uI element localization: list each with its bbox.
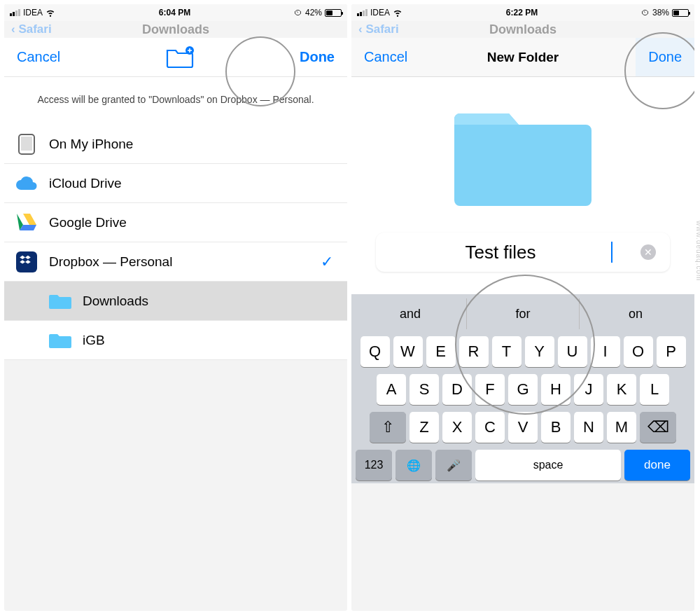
battery-pct: 38%: [652, 8, 669, 18]
text-cursor: [611, 242, 612, 263]
key-h[interactable]: H: [541, 374, 570, 405]
key-f[interactable]: F: [475, 374, 505, 405]
keyboard: and for on QWERTYUIOP ASDFGHJKL ⇧ZXCVBNM…: [351, 294, 694, 483]
prediction[interactable]: on: [580, 298, 692, 329]
key-backspace[interactable]: ⌫: [640, 412, 676, 443]
key-shift[interactable]: ⇧: [370, 412, 406, 443]
cancel-button[interactable]: Cancel: [364, 49, 407, 65]
key-i[interactable]: I: [591, 336, 620, 367]
sheet-header: Cancel Done: [4, 38, 347, 77]
key-x[interactable]: X: [442, 412, 472, 443]
iphone-icon: [15, 133, 38, 156]
key-c[interactable]: C: [475, 412, 505, 443]
wifi-icon: [393, 8, 402, 18]
watermark: www.deuaq.com: [695, 221, 701, 281]
key-123[interactable]: 123: [356, 450, 392, 481]
key-t[interactable]: T: [492, 336, 522, 367]
folder-name-input[interactable]: Test files: [390, 242, 611, 263]
location-dropbox[interactable]: Dropbox — Personal ✓: [4, 242, 347, 282]
key-done[interactable]: done: [624, 450, 690, 481]
prediction-bar: and for on: [354, 298, 692, 329]
big-folder-icon: [453, 99, 593, 212]
key-u[interactable]: U: [558, 336, 587, 367]
battery-icon: [325, 9, 342, 17]
battery-icon: [672, 9, 689, 17]
location-icloud-drive[interactable]: iCloud Drive: [4, 164, 347, 203]
dim-title: Downloads: [489, 22, 556, 37]
key-q[interactable]: Q: [360, 336, 390, 367]
key-p[interactable]: P: [657, 336, 686, 367]
key-mic[interactable]: 🎤: [435, 450, 472, 481]
location-google-drive[interactable]: Google Drive: [4, 203, 347, 242]
folder-preview: Test files ✕: [351, 77, 694, 294]
key-j[interactable]: J: [574, 374, 603, 405]
wifi-icon: [46, 8, 55, 18]
location-label: Google Drive: [49, 215, 127, 230]
key-space[interactable]: space: [475, 450, 621, 481]
subfolder-downloads[interactable]: Downloads: [4, 282, 347, 321]
location-label: On My iPhone: [49, 137, 133, 152]
key-e[interactable]: E: [426, 336, 456, 367]
prediction[interactable]: and: [354, 298, 467, 329]
key-s[interactable]: S: [410, 374, 439, 405]
prediction[interactable]: for: [467, 298, 580, 329]
new-folder-icon[interactable]: [166, 46, 194, 69]
dim-title: Downloads: [142, 22, 209, 37]
folder-name-input-wrap[interactable]: Test files ✕: [376, 233, 670, 272]
cancel-button[interactable]: Cancel: [17, 49, 60, 65]
location-label: Dropbox — Personal: [49, 254, 172, 270]
alarm-icon: ⏲: [641, 8, 650, 18]
dimmed-nav: ‹ Safari Downloads: [351, 21, 694, 38]
status-bar: IDEA 6:04 PM ⏲ 42%: [4, 4, 347, 21]
nav-title: New Folder: [487, 50, 559, 65]
folder-icon: [49, 329, 71, 352]
dropbox-icon: [15, 251, 38, 273]
clear-text-icon[interactable]: ✕: [640, 244, 656, 260]
subfolder-label: iGB: [83, 333, 105, 348]
screenshot-right: IDEA 6:22 PM ⏲ 38% ‹ Safari Downloads Ca…: [351, 4, 694, 611]
key-z[interactable]: Z: [410, 412, 439, 443]
done-button[interactable]: Done: [636, 38, 694, 76]
back-link: ‹ Safari: [358, 22, 399, 36]
gdrive-icon: [15, 212, 38, 234]
key-r[interactable]: R: [459, 336, 489, 367]
back-link: ‹ Safari: [11, 22, 52, 36]
new-folder-nav: Cancel New Folder Done: [351, 38, 694, 77]
key-k[interactable]: K: [607, 374, 636, 405]
checkmark-icon: ✓: [321, 253, 333, 271]
key-globe[interactable]: 🌐: [396, 450, 432, 481]
key-g[interactable]: G: [508, 374, 538, 405]
clock: 6:04 PM: [159, 8, 190, 18]
subfolder-igb[interactable]: iGB: [4, 321, 347, 360]
key-w[interactable]: W: [393, 336, 423, 367]
location-label: iCloud Drive: [49, 176, 121, 191]
signal-icon: [10, 9, 20, 16]
key-b[interactable]: B: [541, 412, 570, 443]
key-a[interactable]: A: [377, 374, 406, 405]
status-bar: IDEA 6:22 PM ⏲ 38%: [351, 4, 694, 21]
location-list: On My iPhone iCloud Drive Google Drive D…: [4, 125, 347, 360]
key-n[interactable]: N: [574, 412, 603, 443]
key-y[interactable]: Y: [525, 336, 554, 367]
alarm-icon: ⏲: [294, 8, 302, 18]
key-m[interactable]: M: [607, 412, 636, 443]
location-on-my-iphone[interactable]: On My iPhone: [4, 125, 347, 164]
key-v[interactable]: V: [508, 412, 538, 443]
subfolder-label: Downloads: [83, 293, 148, 309]
signal-icon: [357, 9, 368, 16]
folder-icon: [49, 290, 71, 312]
done-button[interactable]: Done: [300, 49, 335, 65]
key-l[interactable]: L: [640, 374, 669, 405]
access-text: Access will be granted to "Downloads" on…: [4, 77, 347, 125]
carrier-label: IDEA: [370, 8, 390, 18]
screenshot-left: IDEA 6:04 PM ⏲ 42% ‹ Safari Downloads Ca…: [4, 4, 347, 611]
key-d[interactable]: D: [442, 374, 472, 405]
dimmed-nav: ‹ Safari Downloads: [4, 21, 347, 38]
clock: 6:22 PM: [506, 8, 538, 18]
key-o[interactable]: O: [624, 336, 653, 367]
carrier-label: IDEA: [23, 8, 43, 18]
svg-rect-2: [21, 137, 32, 151]
battery-pct: 42%: [305, 8, 322, 18]
icloud-icon: [15, 172, 38, 195]
